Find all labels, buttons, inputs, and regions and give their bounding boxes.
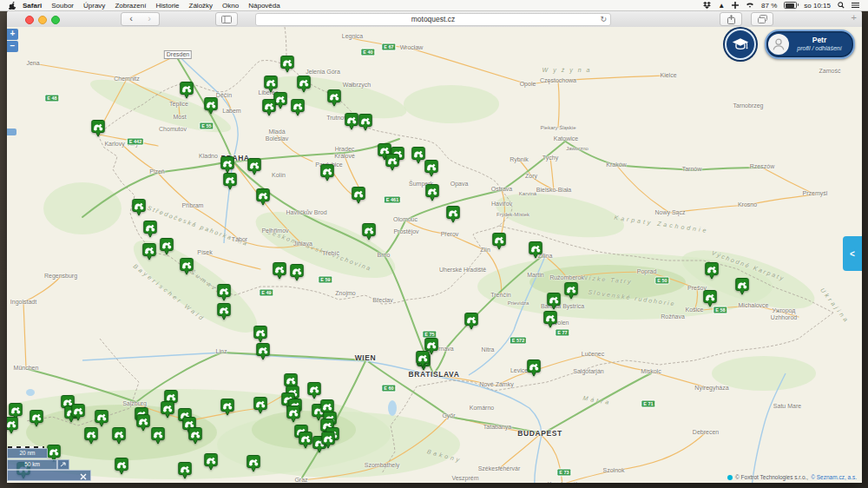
map-marker[interactable] (307, 382, 321, 404)
map-marker[interactable] (180, 258, 194, 280)
map-marker[interactable] (291, 99, 305, 121)
map-marker[interactable] (416, 351, 430, 373)
right-panel-toggle[interactable]: < (843, 236, 862, 271)
zoom-in-button[interactable]: + (7, 29, 18, 40)
map-marker[interactable] (358, 114, 372, 135)
map-marker[interactable] (132, 199, 146, 221)
tabs-button[interactable] (751, 12, 773, 26)
menu-item-soubor[interactable]: Soubor (51, 2, 74, 10)
map-marker[interactable] (321, 432, 335, 453)
map-marker[interactable] (188, 427, 202, 449)
map-marker[interactable] (247, 455, 260, 477)
map-marker[interactable] (280, 56, 294, 77)
share-button[interactable] (720, 12, 742, 26)
map-marker[interactable] (161, 401, 174, 423)
map-marker[interactable] (446, 206, 460, 228)
map-marker[interactable] (7, 417, 18, 439)
notification-center-icon[interactable] (852, 2, 859, 9)
map-marker[interactable] (345, 113, 358, 135)
map-marker[interactable] (543, 311, 557, 333)
map-marker[interactable] (320, 164, 334, 186)
map-marker[interactable] (529, 241, 542, 263)
zoom-out-button[interactable]: − (7, 41, 18, 52)
map-marker[interactable] (142, 243, 156, 265)
map-marker[interactable] (705, 262, 719, 284)
expand-icon[interactable] (79, 473, 87, 480)
courses-button[interactable] (725, 29, 756, 60)
map-marker[interactable] (143, 221, 157, 242)
map-marker[interactable] (290, 264, 304, 286)
map-marker[interactable] (352, 187, 365, 208)
wifi-icon[interactable] (746, 2, 754, 9)
map-marker[interactable] (299, 432, 312, 453)
city-label: Dresden (164, 50, 192, 59)
map-marker[interactable] (262, 99, 276, 121)
map-marker[interactable] (327, 89, 341, 111)
map-marker[interactable] (220, 399, 234, 420)
sidebar-button[interactable] (215, 12, 238, 26)
map-marker[interactable] (385, 154, 399, 175)
map-marker[interactable] (115, 458, 128, 479)
new-tab-button[interactable]: + (852, 12, 857, 23)
map-marker[interactable] (424, 160, 438, 181)
map-marker[interactable] (204, 97, 218, 119)
minimize-window-button[interactable] (38, 16, 47, 24)
city-label: Nitra (482, 346, 495, 353)
map-marker[interactable] (178, 462, 192, 484)
menu-item-historie[interactable]: Historie (155, 2, 179, 10)
map-marker[interactable] (256, 343, 270, 365)
map-marker[interactable] (362, 223, 376, 245)
map-marker[interactable] (256, 188, 270, 210)
map-marker[interactable] (136, 414, 150, 436)
menu-clock[interactable]: so 10:15 (804, 2, 831, 10)
close-window-button[interactable] (25, 16, 34, 24)
apple-menu-icon[interactable] (9, 2, 16, 10)
back-button[interactable]: ‹ (121, 12, 141, 26)
map-marker[interactable] (84, 427, 98, 449)
address-bar[interactable]: motoquest.cz ↻ (255, 13, 611, 26)
spotlight-icon[interactable] (838, 2, 845, 9)
map-marker[interactable] (160, 238, 174, 260)
map-viewport[interactable]: JenaChemnitzDresdenDěčínTepliceMostChomu… (7, 27, 862, 483)
map-marker[interactable] (253, 397, 267, 419)
map-marker[interactable] (273, 262, 286, 284)
menu-item-záložky[interactable]: Záložky (189, 2, 214, 10)
profile-button[interactable]: Petr profil / odhlášení (765, 30, 855, 59)
left-panel-handle[interactable] (7, 129, 16, 135)
map-marker[interactable] (30, 410, 43, 432)
assistant-icon[interactable] (732, 2, 739, 9)
battery-icon (784, 2, 797, 9)
map-marker[interactable] (411, 147, 425, 168)
map-marker[interactable] (564, 282, 578, 304)
reload-icon[interactable]: ↻ (600, 14, 607, 25)
map-marker[interactable] (217, 303, 231, 325)
map-marker[interactable] (151, 427, 165, 449)
map-marker[interactable] (703, 290, 717, 312)
map-marker[interactable] (71, 404, 85, 425)
map-marker[interactable] (112, 427, 126, 449)
forward-button[interactable]: › (140, 12, 160, 26)
map-marker[interactable] (425, 184, 439, 206)
scale-toggle-button[interactable] (57, 459, 69, 470)
attribution-link[interactable]: © Seznam.cz, a.s. (811, 474, 857, 480)
menu-extra-icon[interactable]: ▲ (718, 2, 725, 10)
menu-item-okno[interactable]: Okno (222, 2, 239, 10)
menu-item-nápověda[interactable]: Nápověda (248, 2, 279, 10)
map-marker[interactable] (223, 173, 237, 195)
map-marker[interactable] (527, 359, 541, 381)
dropbox-icon[interactable] (703, 2, 711, 9)
zoom-window-button[interactable] (51, 16, 60, 24)
map-marker[interactable] (492, 233, 506, 254)
map-marker[interactable] (247, 158, 261, 180)
graduation-cap-icon (732, 36, 749, 52)
url-text: motoquest.cz (411, 15, 456, 23)
map-marker[interactable] (464, 313, 478, 334)
menu-item-zobrazení[interactable]: Zobrazení (115, 2, 146, 10)
map-marker[interactable] (204, 453, 218, 475)
map-marker[interactable] (735, 278, 749, 300)
menu-item-úpravy[interactable]: Úpravy (83, 2, 105, 10)
map-marker[interactable] (180, 82, 194, 103)
map-marker[interactable] (297, 76, 311, 97)
map-marker[interactable] (91, 120, 105, 142)
menu-item-safari[interactable]: Safari (23, 2, 42, 10)
